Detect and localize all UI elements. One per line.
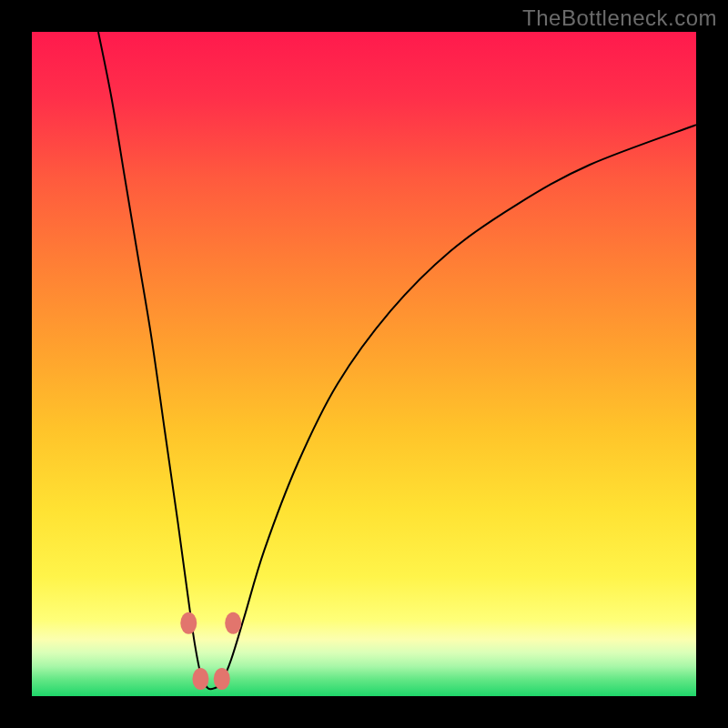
watermark-text: TheBottleneck.com [522,5,717,31]
curve-marker [192,668,208,690]
curve-marker [214,668,230,690]
bottleneck-curve [98,32,696,689]
curve-marker [225,612,241,634]
curve-marker [180,612,197,634]
plot-frame [32,32,696,696]
curve-layer [32,32,696,696]
markers-group [180,612,241,690]
